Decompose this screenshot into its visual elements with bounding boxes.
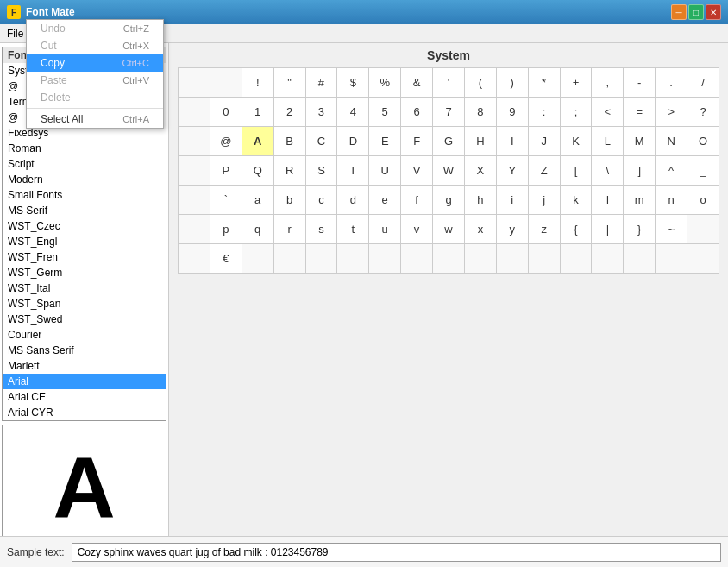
char-cell[interactable]: U [369,156,401,186]
char-cell[interactable]: Z [529,156,561,186]
font-list-item[interactable]: MS Serif [3,203,166,218]
char-cell[interactable]: . [656,68,687,98]
char-cell[interactable]: [ [561,156,593,186]
font-list-item[interactable]: Marlett [3,358,166,374]
font-list-item[interactable]: Small Fonts [3,187,166,203]
char-cell[interactable]: b [274,186,306,215]
char-cell[interactable]: X [465,156,497,186]
char-cell[interactable]: i [497,186,529,215]
char-cell[interactable]: I [497,127,529,156]
char-cell[interactable]: O [687,127,719,156]
font-list-item[interactable]: WST_Czec [3,218,166,234]
font-list-item[interactable]: WST_Germ [3,265,166,280]
char-cell[interactable]: # [306,68,338,98]
font-list-item[interactable]: WST_Fren [3,249,166,265]
char-cell[interactable]: , [592,68,624,98]
minimize-button[interactable]: ─ [671,4,687,20]
char-cell[interactable]: } [624,215,656,244]
font-list-item[interactable]: Script [3,156,166,172]
char-cell[interactable]: r [274,215,306,244]
char-cell[interactable]: s [306,215,338,244]
char-cell[interactable]: P [210,156,242,186]
char-cell[interactable]: J [529,127,561,156]
font-list-item[interactable]: WST_Engl [3,234,166,249]
char-cell[interactable]: T [337,156,369,186]
char-cell[interactable]: q [242,215,274,244]
char-cell[interactable]: & [401,68,433,98]
char-cell[interactable]: - [624,68,656,98]
char-cell[interactable]: o [687,186,719,215]
char-cell[interactable]: e [369,186,401,215]
char-cell[interactable]: ` [210,186,242,215]
char-cell[interactable]: ( [465,68,497,98]
char-cell[interactable]: p [210,215,242,244]
char-cell[interactable]: N [656,127,687,156]
char-cell[interactable]: d [337,186,369,215]
char-cell[interactable]: 3 [306,98,338,127]
char-cell[interactable]: " [274,68,306,98]
char-cell[interactable]: C [306,127,338,156]
font-list-item[interactable]: Arial CE [3,389,166,405]
char-cell[interactable]: u [369,215,401,244]
menu-item-undo[interactable]: Undo Ctrl+Z [27,20,163,37]
font-list-item[interactable]: Courier [3,327,166,343]
char-cell[interactable]: _ [687,156,719,186]
char-cell[interactable]: c [306,186,338,215]
char-cell[interactable]: / [687,68,719,98]
char-cell[interactable]: D [337,127,369,156]
char-cell[interactable]: G [433,127,465,156]
char-cell[interactable]: W [433,156,465,186]
char-cell[interactable]: w [433,215,465,244]
char-cell[interactable]: * [529,68,561,98]
char-cell[interactable]: ! [242,68,274,98]
char-cell[interactable]: 2 [274,98,306,127]
font-list-item-arial[interactable]: Arial [3,374,166,389]
char-cell[interactable]: { [561,215,593,244]
char-cell[interactable]: A [242,127,274,156]
char-cell[interactable]: + [561,68,593,98]
char-cell[interactable]: ; [561,98,593,127]
char-cell[interactable]: @ [210,127,242,156]
char-cell[interactable]: t [337,215,369,244]
char-cell[interactable]: € [210,244,242,274]
char-cell[interactable]: 6 [401,98,433,127]
maximize-button[interactable]: □ [688,4,704,20]
close-button[interactable]: ✕ [706,4,721,20]
char-cell[interactable]: ^ [656,156,687,186]
char-cell[interactable]: > [656,98,687,127]
char-cell[interactable]: v [401,215,433,244]
char-cell[interactable]: y [497,215,529,244]
char-cell[interactable]: F [401,127,433,156]
char-cell[interactable]: ) [497,68,529,98]
char-cell[interactable]: E [369,127,401,156]
char-cell[interactable]: j [529,186,561,215]
char-cell[interactable]: ] [624,156,656,186]
char-cell[interactable]: S [306,156,338,186]
char-cell[interactable]: a [242,186,274,215]
char-cell[interactable]: k [561,186,593,215]
font-list-item[interactable]: WST_Swed [3,312,166,327]
menu-item-paste[interactable]: Paste Ctrl+V [27,72,163,89]
char-cell[interactable]: : [529,98,561,127]
char-cell[interactable]: 8 [465,98,497,127]
char-cell[interactable]: | [592,215,624,244]
font-list-item[interactable]: WST_Ital [3,280,166,296]
char-cell[interactable]: K [561,127,593,156]
char-cell[interactable]: g [433,186,465,215]
char-cell[interactable]: 0 [210,98,242,127]
char-cell[interactable]: L [592,127,624,156]
char-cell[interactable]: f [401,186,433,215]
char-cell[interactable]: 1 [242,98,274,127]
char-cell[interactable]: z [529,215,561,244]
font-list-item[interactable]: Roman [3,141,166,156]
char-cell[interactable]: ~ [656,215,687,244]
font-list-item[interactable]: WST_Span [3,296,166,312]
char-cell[interactable]: 7 [433,98,465,127]
menu-item-cut[interactable]: Cut Ctrl+X [27,37,163,54]
char-cell[interactable]: h [465,186,497,215]
font-list-item[interactable]: Arial CYR [3,405,166,420]
char-cell[interactable]: % [369,68,401,98]
sample-input[interactable] [72,543,721,562]
char-cell[interactable]: H [465,127,497,156]
menu-item-selectall[interactable]: Select All Ctrl+A [27,110,163,128]
